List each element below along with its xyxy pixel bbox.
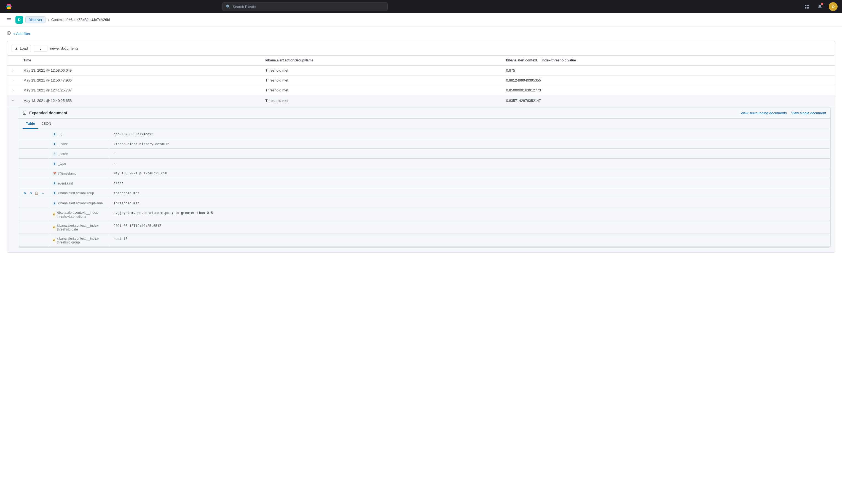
row-action-group: Threshold met <box>261 95 502 106</box>
document-icon <box>23 111 27 115</box>
toggle-column-icon[interactable]: ↔ <box>40 191 45 196</box>
table-row: › May 13, 2021 @ 12:58:06.049 Threshold … <box>7 65 835 75</box>
filter-exists-icon[interactable]: 📋 <box>34 191 39 196</box>
field-row: # _score - <box>19 149 830 159</box>
tab-json[interactable]: JSON <box>38 119 55 129</box>
elastic-logo-icon <box>4 2 13 11</box>
field-row: ⚙ kibana.alert.context.__index-threshold… <box>19 234 830 247</box>
row-time: May 13, 2021 @ 12:58:06.049 <box>19 65 261 75</box>
load-bar: ▲ Load newer documents <box>7 41 835 56</box>
svg-point-4 <box>6 6 8 7</box>
expanded-doc-title: Expanded document <box>23 111 67 115</box>
svg-rect-10 <box>6 18 11 19</box>
row-action-group: Threshold met <box>261 65 502 75</box>
search-icon: 🔍 <box>226 4 230 9</box>
field-row: ⚙ kibana.alert.context.__index-threshold… <box>19 221 830 234</box>
table-row: › May 13, 2021 @ 12:41:25.787 Threshold … <box>7 85 835 95</box>
expanded-doc-title-text: Expanded document <box>29 111 67 115</box>
svg-rect-7 <box>807 5 809 6</box>
row-value: 0.8500000163912773 <box>502 85 835 95</box>
hamburger-icon <box>6 18 11 22</box>
chevron-up-icon: ▲ <box>15 46 18 50</box>
notification-btn[interactable] <box>815 2 824 11</box>
svg-rect-9 <box>807 7 809 8</box>
search-placeholder: Search Elastic <box>233 5 256 9</box>
type-icon-t: t <box>52 142 57 146</box>
tab-table[interactable]: Table <box>23 119 38 129</box>
view-single-doc-link[interactable]: View single document <box>791 111 826 115</box>
field-name: @timestamp <box>58 172 76 176</box>
field-name: kibana.alert.context.__index-threshold.d… <box>57 223 106 231</box>
notification-dot <box>821 3 823 5</box>
filter-for-icon[interactable]: ⊕ <box>22 191 27 196</box>
field-value: threshold met <box>114 192 139 195</box>
row-time: May 13, 2021 @ 12:41:25.787 <box>19 85 261 95</box>
field-row: t _index kibana-alert-history-default <box>19 140 830 149</box>
search-bar[interactable]: 🔍 Search Elastic <box>222 2 388 11</box>
expand-col-header <box>7 56 19 65</box>
row-expand-button[interactable]: › <box>11 88 15 93</box>
breadcrumb-current: Context of #6uoxZ3kBJuUJe7xA26bf <box>51 18 110 22</box>
field-name: _id <box>58 132 62 136</box>
field-value: alert <box>114 181 123 185</box>
load-button[interactable]: ▲ Load <box>12 44 31 52</box>
main-content: + Add filter ▲ Load newer documents Time… <box>0 26 842 257</box>
table-row-expanded: › May 13, 2021 @ 12:40:25.658 Threshold … <box>7 95 835 106</box>
expanded-document-panel: Expanded document View surrounding docum… <box>18 107 831 248</box>
row-value: 0.875 <box>502 65 835 75</box>
field-row: t _id qeo-Z3kBJuUJe7xAoqx5 <box>19 130 830 139</box>
breadcrumb-discover[interactable]: Discover <box>25 16 46 23</box>
row-time: May 13, 2021 @ 12:40:25.658 <box>19 95 261 106</box>
load-button-label: Load <box>20 46 28 50</box>
top-navigation: 🔍 Search Elastic O <box>0 0 842 13</box>
app-badge: D <box>15 16 23 24</box>
field-type-badge: # _score <box>52 152 68 156</box>
type-icon-t: t <box>52 191 57 195</box>
field-type-badge: 📅 @timestamp <box>52 171 76 176</box>
field-value: - <box>114 162 116 166</box>
newer-documents-label: newer documents <box>50 46 79 50</box>
svg-rect-6 <box>805 5 806 6</box>
elastic-logo[interactable] <box>4 2 13 11</box>
filter-out-icon[interactable]: ⊖ <box>28 191 33 196</box>
field-type-badge: ⚙ kibana.alert.context.__index-threshold… <box>52 223 106 231</box>
table-row: › May 13, 2021 @ 12:56:47.936 Threshold … <box>7 75 835 85</box>
type-icon-obj: ⚙ <box>52 238 56 242</box>
field-row: 📅 @timestamp May 13, 2021 @ 12:40:25.658 <box>19 169 830 178</box>
type-icon-cal: 📅 <box>52 171 57 176</box>
field-name: kibana.alert.context.__index-threshold.g… <box>57 237 106 244</box>
row-expand-button[interactable]: › <box>11 68 15 73</box>
view-surrounding-docs-link[interactable]: View surrounding documents <box>741 111 787 115</box>
user-avatar[interactable]: O <box>829 2 838 11</box>
row-value: 0.8357142976352147 <box>502 95 835 106</box>
field-row: ⊕ ⊖ 📋 ↔ t <box>19 188 830 198</box>
load-count-input[interactable] <box>34 45 48 52</box>
field-name: event.kind <box>58 181 73 185</box>
field-type-badge: t _id <box>52 132 62 137</box>
filter-bar: + Add filter <box>6 31 836 36</box>
type-icon-obj: ⚙ <box>52 225 56 230</box>
expanded-doc-header: Expanded document View surrounding docum… <box>18 107 830 119</box>
row-action-group: Threshold met <box>261 85 502 95</box>
expanded-doc-actions: View surrounding documents View single d… <box>741 111 826 115</box>
type-icon-obj: ⚙ <box>52 212 55 217</box>
grid-icon <box>805 4 809 9</box>
field-value: host-13 <box>114 237 127 241</box>
svg-point-14 <box>8 33 10 34</box>
field-value: 2021-05-13T19:40:25.651Z <box>114 224 161 228</box>
svg-rect-11 <box>6 20 11 20</box>
threshold-value-column-header: kibana.alert.context.__index-threshold.v… <box>502 56 835 65</box>
hamburger-button[interactable] <box>4 15 13 24</box>
type-icon-hash: # <box>52 152 57 156</box>
row-expand-button[interactable]: › <box>11 78 15 83</box>
row-expand-button[interactable]: › <box>11 99 15 102</box>
grid-icon-btn[interactable] <box>802 2 811 11</box>
field-name: _type <box>58 162 66 165</box>
filter-icon-svg <box>6 31 11 35</box>
doc-tabs: Table JSON <box>18 119 830 129</box>
add-filter-button[interactable]: + Add filter <box>13 32 30 36</box>
field-row: ⚙ kibana.alert.context.__index-threshold… <box>19 209 830 221</box>
field-row: t kibana.alert.actionGroupName Threshold… <box>19 199 830 208</box>
action-group-name-column-header: kibana.alert.actionGroupName <box>261 56 502 65</box>
filter-icon <box>6 31 11 36</box>
